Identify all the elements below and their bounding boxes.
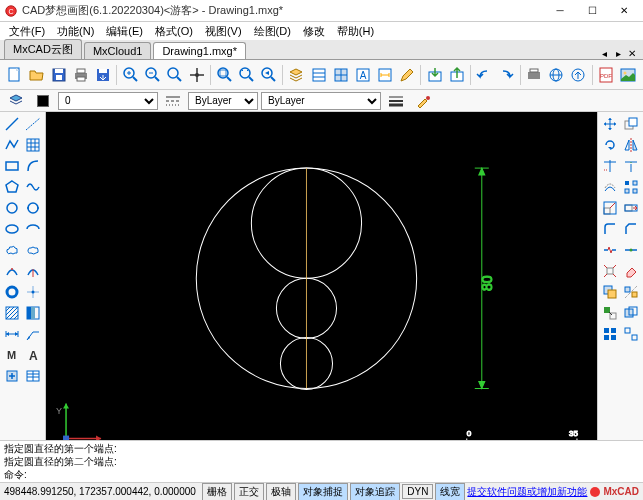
edit-button[interactable]	[396, 63, 417, 87]
menu-function[interactable]: 功能(N)	[52, 23, 99, 40]
extend-tool[interactable]	[621, 156, 641, 176]
circle-2p-tool[interactable]	[23, 198, 43, 218]
join-tool[interactable]	[621, 240, 641, 260]
block-button[interactable]	[330, 63, 351, 87]
tab-next-icon[interactable]: ▸	[611, 48, 625, 59]
ellipse-tool[interactable]	[2, 219, 22, 239]
menu-file[interactable]: 文件(F)	[4, 23, 50, 40]
line-tool[interactable]	[2, 114, 22, 134]
menu-help[interactable]: 帮助(H)	[332, 23, 379, 40]
layer-select[interactable]: 0	[58, 92, 158, 110]
zoom-extents-button[interactable]	[214, 63, 235, 87]
text-tool[interactable]: A	[23, 345, 43, 365]
zoom-in-button[interactable]	[120, 63, 141, 87]
status-otrack[interactable]: 对象追踪	[350, 483, 400, 501]
circle-tool[interactable]	[2, 198, 22, 218]
command-input[interactable]	[27, 468, 639, 481]
arc-tool[interactable]	[23, 156, 43, 176]
export-button[interactable]	[446, 63, 467, 87]
arc-center-tool[interactable]	[23, 261, 43, 281]
redo-button[interactable]	[496, 63, 517, 87]
properties-button[interactable]	[308, 63, 329, 87]
hatch-tool[interactable]	[2, 303, 22, 323]
layer-manager-button[interactable]	[4, 89, 28, 113]
scale-tool[interactable]	[600, 198, 620, 218]
menu-format[interactable]: 格式(O)	[150, 23, 198, 40]
stretch-tool[interactable]	[621, 198, 641, 218]
chamfer-tool[interactable]	[621, 219, 641, 239]
revision-cloud-tool[interactable]	[23, 240, 43, 260]
save-as-button[interactable]	[92, 63, 113, 87]
zoom-out-button[interactable]	[142, 63, 163, 87]
tab-drawing1[interactable]: Drawing1.mxg*	[153, 42, 246, 59]
tab-mxcloud1[interactable]: MxCloud1	[84, 42, 152, 59]
table-tool[interactable]	[23, 366, 43, 386]
text-style-button[interactable]: A	[352, 63, 373, 87]
status-lineweight[interactable]: 线宽	[435, 483, 465, 501]
maximize-button[interactable]: ☐	[577, 1, 607, 21]
mirror-tool[interactable]	[621, 135, 641, 155]
polyline-tool[interactable]	[2, 135, 22, 155]
rotate-tool[interactable]	[600, 135, 620, 155]
status-polar[interactable]: 极轴	[266, 483, 296, 501]
zoom-window-button[interactable]	[164, 63, 185, 87]
group-tool[interactable]	[600, 324, 620, 344]
lineweight-button[interactable]	[384, 89, 408, 113]
ungroup-tool[interactable]	[621, 324, 641, 344]
pan-button[interactable]	[186, 63, 207, 87]
menu-draw[interactable]: 绘图(D)	[249, 23, 296, 40]
zoom-previous-button[interactable]	[258, 63, 279, 87]
linetype-button[interactable]	[161, 89, 185, 113]
tab-prev-icon[interactable]: ◂	[597, 48, 611, 59]
explode-tool[interactable]	[600, 261, 620, 281]
feedback-link[interactable]: 提交软件问题或增加新功能	[467, 485, 587, 499]
polygon-tool[interactable]	[2, 177, 22, 197]
point-tool[interactable]	[23, 282, 43, 302]
spline-tool[interactable]	[23, 177, 43, 197]
zoom-realtime-button[interactable]	[236, 63, 257, 87]
print-button[interactable]	[70, 63, 91, 87]
menu-view[interactable]: 视图(V)	[200, 23, 247, 40]
status-grid[interactable]: 栅格	[202, 483, 232, 501]
copy-tool[interactable]	[621, 114, 641, 134]
bylayer-select[interactable]: ByLayer	[188, 92, 258, 110]
linetype-select[interactable]: ByLayer	[261, 92, 381, 110]
break-tool[interactable]	[600, 240, 620, 260]
status-ortho[interactable]: 正交	[234, 483, 264, 501]
gradient-tool[interactable]	[23, 303, 43, 323]
close-button[interactable]: ✕	[609, 1, 639, 21]
open-button[interactable]	[26, 63, 47, 87]
menu-edit[interactable]: 编辑(E)	[101, 23, 148, 40]
cloud-tool[interactable]	[2, 240, 22, 260]
share-button[interactable]	[568, 63, 589, 87]
tab-mxcad-cloud[interactable]: MxCAD云图	[4, 39, 82, 59]
undo-button[interactable]	[474, 63, 495, 87]
rectangle-tool[interactable]	[2, 156, 22, 176]
region-tool[interactable]	[621, 303, 641, 323]
ellipse-arc-tool[interactable]	[23, 219, 43, 239]
image-button[interactable]	[618, 63, 639, 87]
tab-close-icon[interactable]: ✕	[625, 48, 639, 59]
dim-style-button[interactable]	[374, 63, 395, 87]
drawing-canvas[interactable]: Y X 80	[46, 112, 597, 440]
save-button[interactable]	[48, 63, 69, 87]
web-button[interactable]	[546, 63, 567, 87]
mtext-tool[interactable]: M	[2, 345, 22, 365]
pdf-button[interactable]: PDF	[596, 63, 617, 87]
import-button[interactable]	[424, 63, 445, 87]
insert-block-tool[interactable]	[2, 366, 22, 386]
menu-modify[interactable]: 修改	[298, 23, 330, 40]
trim-tool[interactable]	[600, 156, 620, 176]
arc-3p-tool[interactable]	[2, 261, 22, 281]
color-button[interactable]	[31, 89, 55, 113]
minimize-button[interactable]: ─	[545, 1, 575, 21]
move-tool[interactable]	[600, 114, 620, 134]
array-tool[interactable]	[621, 177, 641, 197]
block-edit-tool[interactable]	[600, 282, 620, 302]
fillet-tool[interactable]	[600, 219, 620, 239]
status-dyn[interactable]: DYN	[402, 484, 433, 499]
status-osnap[interactable]: 对象捕捉	[298, 483, 348, 501]
plot-button[interactable]	[524, 63, 545, 87]
color-pick-button[interactable]	[411, 89, 435, 113]
dimension-tool[interactable]	[2, 324, 22, 344]
